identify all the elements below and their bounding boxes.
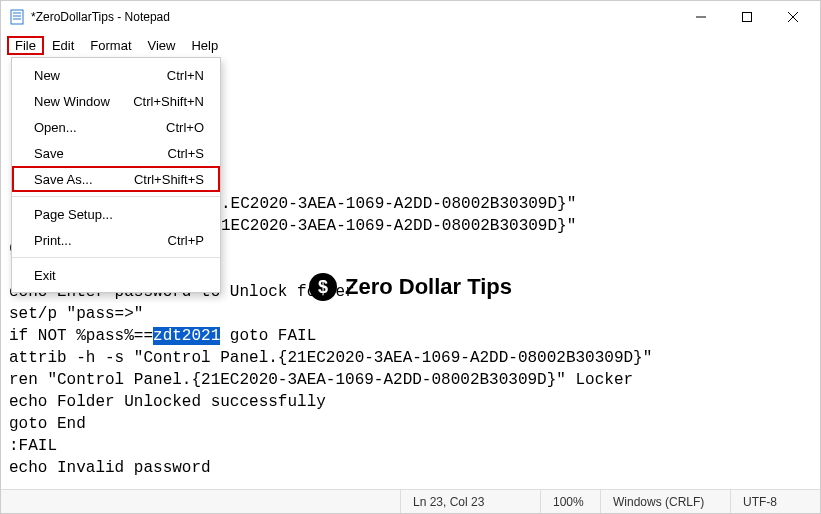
status-encoding: UTF-8 <box>730 490 820 513</box>
minimize-button[interactable] <box>678 1 724 33</box>
menu-help[interactable]: Help <box>183 36 226 55</box>
menu-item-exit[interactable]: Exit <box>12 262 220 288</box>
status-bar: Ln 23, Col 23 100% Windows (CRLF) UTF-8 <box>1 489 820 513</box>
menu-edit[interactable]: Edit <box>44 36 82 55</box>
editor-line: goto End <box>9 415 86 433</box>
editor-line: .EC2020-3AEA-1069-A2DD-08002B30309D}" <box>221 195 576 213</box>
editor-line: 1EC2020-3AEA-1069-A2DD-08002B30309D}" <box>221 217 576 235</box>
status-cursor-pos: Ln 23, Col 23 <box>400 490 540 513</box>
editor-line: attrib -h -s "Control Panel.{21EC2020-3A… <box>9 349 652 367</box>
editor-line: ren "Control Panel.{21EC2020-3AEA-1069-A… <box>9 371 633 389</box>
menu-item-save[interactable]: Save Ctrl+S <box>12 140 220 166</box>
menu-file[interactable]: File <box>7 36 44 55</box>
editor-line: echo Folder Unlocked successfully <box>9 393 326 411</box>
svg-rect-5 <box>743 13 752 22</box>
editor-line: goto FAIL <box>220 327 316 345</box>
menu-bar: File Edit Format View Help <box>1 33 820 57</box>
menu-item-open[interactable]: Open... Ctrl+O <box>12 114 220 140</box>
editor-line: :FAIL <box>9 437 57 455</box>
maximize-button[interactable] <box>724 1 770 33</box>
file-menu-dropdown: New Ctrl+N New Window Ctrl+Shift+N Open.… <box>11 57 221 293</box>
dollar-icon: $ <box>309 273 337 301</box>
menu-item-save-as[interactable]: Save As... Ctrl+Shift+S <box>12 166 220 192</box>
editor-selection: zdt2021 <box>153 327 220 345</box>
menu-item-new-window[interactable]: New Window Ctrl+Shift+N <box>12 88 220 114</box>
watermark-text: Zero Dollar Tips <box>345 274 512 300</box>
menu-item-new[interactable]: New Ctrl+N <box>12 62 220 88</box>
window-controls <box>678 1 816 33</box>
menu-format[interactable]: Format <box>82 36 139 55</box>
notepad-icon <box>9 9 25 25</box>
menu-item-page-setup[interactable]: Page Setup... <box>12 201 220 227</box>
menu-view[interactable]: View <box>140 36 184 55</box>
close-button[interactable] <box>770 1 816 33</box>
status-zoom: 100% <box>540 490 600 513</box>
svg-rect-0 <box>11 10 23 24</box>
window-title: *ZeroDollarTips - Notepad <box>31 10 170 24</box>
status-spacer <box>1 490 400 513</box>
editor-line: if NOT %pass%== <box>9 327 153 345</box>
title-bar: *ZeroDollarTips - Notepad <box>1 1 820 33</box>
status-eol: Windows (CRLF) <box>600 490 730 513</box>
menu-separator <box>12 257 220 258</box>
editor-line: set/p "pass=>" <box>9 305 143 323</box>
menu-item-print[interactable]: Print... Ctrl+P <box>12 227 220 253</box>
menu-separator <box>12 196 220 197</box>
editor-line: echo Invalid password <box>9 459 211 477</box>
